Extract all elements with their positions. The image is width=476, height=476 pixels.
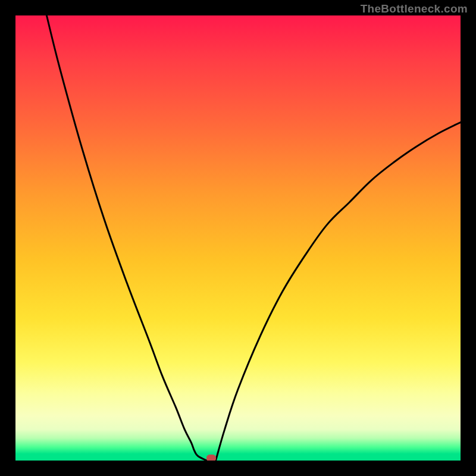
curve-right-branch (216, 123, 461, 461)
chart-frame: TheBottleneck.com (0, 0, 476, 476)
minimum-marker (206, 455, 216, 461)
watermark-label: TheBottleneck.com (361, 2, 468, 15)
bottleneck-curve (15, 15, 461, 461)
plot-area (15, 15, 461, 461)
curve-left-branch (46, 15, 206, 461)
